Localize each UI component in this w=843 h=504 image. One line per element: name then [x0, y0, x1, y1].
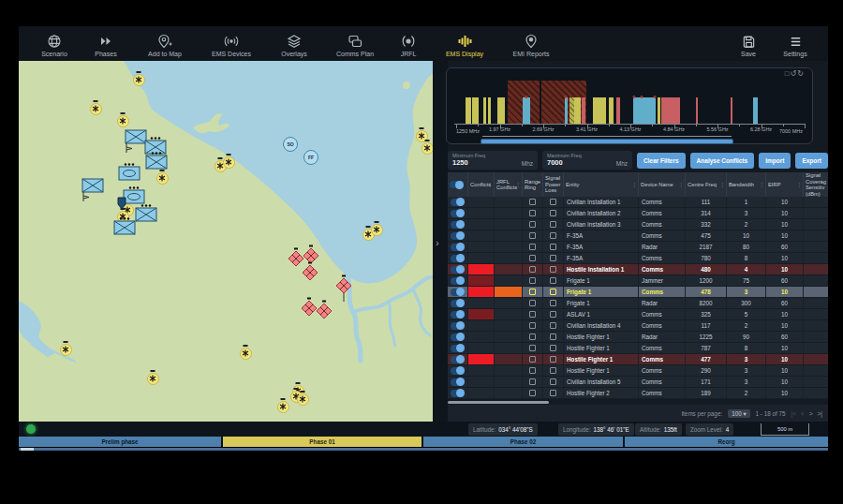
- analyse-conflicts-button[interactable]: Analyse Conflicts: [690, 153, 755, 169]
- last-page-icon[interactable]: >|: [818, 410, 822, 417]
- signal-power-loss-checkbox[interactable]: [550, 390, 556, 396]
- signal-power-loss-checkbox[interactable]: [550, 266, 556, 273]
- export-button[interactable]: Export: [795, 153, 828, 169]
- signal-power-loss-checkbox[interactable]: [550, 199, 556, 205]
- sort-icon[interactable]: ⋮: [631, 182, 637, 188]
- toolbar-phases[interactable]: Phases: [79, 34, 133, 58]
- toolbar-emi-reports[interactable]: EMI Reports: [500, 34, 562, 58]
- toolbar-add-to-map[interactable]: Add to Map: [133, 34, 197, 58]
- range-ring-checkbox[interactable]: [529, 221, 536, 228]
- map-unit-ew[interactable]: [223, 156, 235, 169]
- range-ring-checkbox[interactable]: [529, 334, 536, 340]
- range-ring-checkbox[interactable]: [529, 277, 536, 284]
- import-button[interactable]: Import: [759, 153, 791, 169]
- row-toggle[interactable]: [451, 199, 465, 206]
- map-unit-hostile[interactable]: [315, 300, 333, 332]
- map-unit-hostile[interactable]: [334, 274, 353, 306]
- scrollbar-thumb[interactable]: [448, 401, 549, 404]
- map-unit-ew[interactable]: [422, 142, 434, 155]
- signal-power-loss-checkbox[interactable]: [550, 277, 556, 284]
- signal-power-loss-checkbox[interactable]: [550, 300, 556, 306]
- map-view[interactable]: SOFF: [19, 61, 433, 422]
- map-unit-ew[interactable]: [133, 74, 145, 86]
- table-row[interactable]: Hostile Fighter 1Radar12259060: [448, 332, 828, 343]
- row-toggle[interactable]: [451, 311, 465, 319]
- row-toggle[interactable]: [451, 244, 465, 251]
- signal-power-loss-checkbox[interactable]: [550, 334, 556, 340]
- min-freq-input[interactable]: Minimum Freq 1250 Mhz: [448, 151, 538, 170]
- signal-power-loss-checkbox[interactable]: [550, 345, 556, 351]
- map-unit-ship[interactable]: [116, 196, 127, 215]
- timeline-scrollbar[interactable]: [19, 448, 828, 451]
- row-toggle[interactable]: [451, 289, 465, 296]
- table-row[interactable]: Civilian Installation 3Comms332210: [448, 219, 828, 230]
- column-header[interactable]: Centre Freq⋮: [686, 172, 727, 197]
- map-unit-ew[interactable]: [90, 103, 102, 115]
- row-toggle[interactable]: [451, 378, 465, 386]
- range-ring-checkbox[interactable]: [529, 390, 536, 396]
- toolbar-overlays[interactable]: Overlays: [266, 34, 322, 58]
- map-unit-ew[interactable]: [371, 224, 383, 236]
- row-toggle[interactable]: [451, 322, 465, 330]
- map-unit-hostile[interactable]: [301, 261, 319, 293]
- table-row[interactable]: Hostile Fighter 1Comms477310: [448, 354, 828, 365]
- row-toggle[interactable]: [451, 232, 465, 240]
- signal-power-loss-checkbox[interactable]: [550, 322, 556, 329]
- row-toggle[interactable]: [451, 300, 465, 307]
- map-unit-ew[interactable]: [297, 393, 309, 406]
- row-toggle[interactable]: [451, 390, 465, 397]
- clear-filters-button[interactable]: Clear Filters: [637, 153, 686, 169]
- signal-power-loss-checkbox[interactable]: [550, 255, 556, 261]
- next-page-icon[interactable]: >: [809, 410, 813, 417]
- sort-icon[interactable]: ⋮: [719, 182, 725, 188]
- row-toggle[interactable]: [451, 277, 465, 285]
- range-ring-checkbox[interactable]: [529, 311, 536, 318]
- table-row[interactable]: F-35AComms4751010: [448, 230, 828, 242]
- table-row[interactable]: Civilian Installation 2Comms314310: [448, 208, 828, 219]
- toolbar-scenario[interactable]: Scenario: [30, 34, 79, 58]
- range-slider[interactable]: [481, 139, 733, 144]
- row-toggle[interactable]: [451, 255, 465, 262]
- map-unit-ew[interactable]: [240, 348, 252, 360]
- table-row[interactable]: Civilian Installation 5Comms171310: [448, 377, 828, 388]
- signal-power-loss-checkbox[interactable]: [550, 311, 556, 318]
- phase-02[interactable]: Phase 02: [423, 437, 623, 447]
- row-toggle[interactable]: [451, 356, 465, 363]
- signal-power-loss-checkbox[interactable]: [550, 244, 556, 250]
- signal-power-loss-checkbox[interactable]: [550, 356, 556, 363]
- map-unit-inf[interactable]: [134, 202, 158, 236]
- redo-icon[interactable]: ↻: [797, 69, 805, 78]
- range-ring-checkbox[interactable]: [529, 266, 536, 273]
- table-row[interactable]: Hostile Fighter 1Comms787810: [448, 343, 828, 354]
- sort-icon[interactable]: ⋮: [487, 182, 493, 188]
- master-toggle[interactable]: [450, 181, 464, 188]
- column-header[interactable]: JRFL Conflicts⋮: [495, 172, 523, 197]
- map-unit-naval[interactable]: FF: [303, 150, 318, 165]
- signal-power-loss-checkbox[interactable]: [550, 210, 556, 216]
- table-row[interactable]: Hostile Fighter 1Comms290310: [448, 365, 828, 377]
- map-unit-inf[interactable]: [112, 215, 137, 249]
- range-ring-checkbox[interactable]: [529, 378, 536, 385]
- row-toggle[interactable]: [451, 210, 465, 217]
- range-ring-checkbox[interactable]: [529, 322, 536, 329]
- row-toggle[interactable]: [451, 334, 465, 341]
- sort-icon[interactable]: ⋮: [678, 182, 684, 188]
- row-toggle[interactable]: [451, 221, 465, 229]
- table-row[interactable]: ASLAV 1Comms325510: [448, 309, 828, 320]
- table-row[interactable]: Frigate 1Comms478310: [448, 287, 828, 298]
- column-header[interactable]: Device Name⋮: [639, 172, 686, 197]
- range-ring-checkbox[interactable]: [529, 210, 536, 216]
- toolbar-jrfl[interactable]: JRFL: [388, 34, 429, 58]
- row-toggle[interactable]: [451, 345, 465, 352]
- sort-icon[interactable]: ⋮: [759, 182, 764, 188]
- save-button[interactable]: Save: [725, 35, 772, 58]
- prev-page-icon[interactable]: <: [801, 410, 805, 417]
- table-row[interactable]: Hostile Installation 1Comms480410: [448, 264, 828, 275]
- map-unit-ew[interactable]: [60, 344, 72, 356]
- signal-power-loss-checkbox[interactable]: [550, 289, 556, 295]
- range-ring-checkbox[interactable]: [529, 244, 536, 250]
- signal-power-loss-checkbox[interactable]: [550, 367, 556, 374]
- signal-power-loss-checkbox[interactable]: [550, 232, 556, 239]
- table-row[interactable]: Hostile Fighter 2Comms189210: [448, 388, 828, 399]
- column-header[interactable]: Entity⋮: [564, 172, 639, 197]
